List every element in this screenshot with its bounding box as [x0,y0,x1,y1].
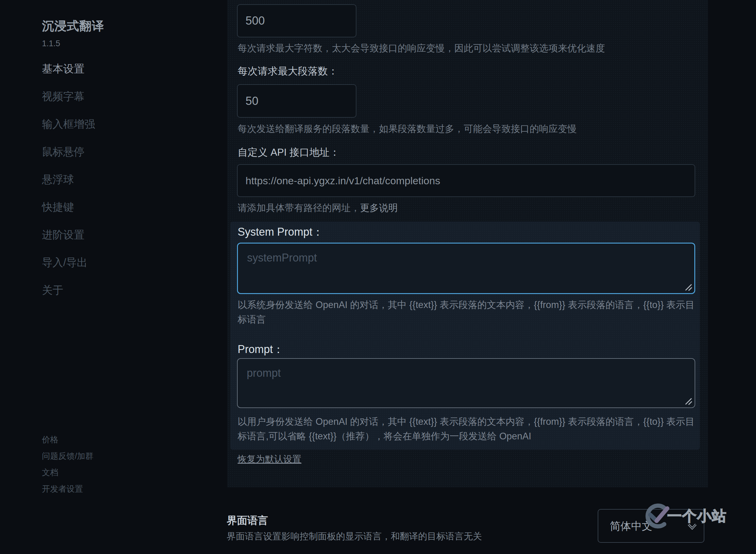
prompt-textarea[interactable] [237,358,695,408]
prompt-label: Prompt： [238,342,284,357]
sidebar-link-feedback[interactable]: 问题反馈/加群 [42,451,93,462]
max-paragraphs-helper: 每次发送给翻译服务的段落数量，如果段落数量过多，可能会导致接口的响应变慢 [238,122,577,135]
sidebar-footer-links: 价格 问题反馈/加群 文档 开发者设置 [42,434,93,495]
reset-defaults-link[interactable]: 恢复为默认设置 [238,453,301,465]
sidebar-item-video-subtitles[interactable]: 视频字幕 [42,90,95,103]
settings-page: 沉浸式翻译 1.1.5 基本设置 视频字幕 输入框增强 鼠标悬停 悬浮球 快捷键… [0,0,756,554]
max-chars-helper: 每次请求最大字符数，太大会导致接口的响应变慢，因此可以尝试调整该选项来优化速度 [238,42,605,55]
api-url-input[interactable] [237,164,695,197]
interface-language-select[interactable]: 简体中文 [598,509,704,543]
sidebar-item-mouse-hover[interactable]: 鼠标悬停 [42,145,95,158]
prompt-helper: 以用户身份发送给 OpenAI 的对话，其中 {{text}} 表示段落的文本内… [238,414,697,444]
sidebar-item-import-export[interactable]: 导入/导出 [42,256,95,269]
sidebar-link-docs[interactable]: 文档 [42,467,93,478]
max-paragraphs-input[interactable] [237,84,357,118]
sidebar-link-developer-settings[interactable]: 开发者设置 [42,484,93,495]
system-prompt-field [237,243,695,294]
app-title: 沉浸式翻译 [42,18,104,34]
sidebar-item-advanced[interactable]: 进阶设置 [42,228,95,241]
interface-language-title: 界面语言 [227,513,268,528]
app-version: 1.1.5 [42,39,60,48]
system-prompt-label: System Prompt： [238,225,323,239]
sidebar-item-about[interactable]: 关于 [42,284,95,296]
sidebar: 沉浸式翻译 1.1.5 基本设置 视频字幕 输入框增强 鼠标悬停 悬浮球 快捷键… [0,0,227,554]
prompt-settings-panel: System Prompt： 以系统身份发送给 OpenAI 的对话，其中 {{… [230,222,700,450]
sidebar-item-basic-settings[interactable]: 基本设置 [42,62,95,75]
prompt-field [237,358,695,408]
interface-language-helper: 界面语言设置影响控制面板的显示语言，和翻译的目标语言无关 [227,530,482,543]
interface-language-value: 简体中文 [610,519,652,533]
chevron-down-icon [687,523,697,530]
api-url-label: 自定义 API 接口地址： [238,146,340,159]
sidebar-item-float-ball[interactable]: 悬浮球 [42,173,95,185]
max-paragraphs-label: 每次请求最大段落数： [238,64,338,78]
api-url-helper-text: 请添加具体带有路径的网址， [238,203,360,213]
main-content: 每次请求最大字符数，太大会导致接口的响应变慢，因此可以尝试调整该选项来优化速度 … [227,0,708,487]
more-info-link[interactable]: 更多说明 [360,203,398,213]
sidebar-nav: 基本设置 视频字幕 输入框增强 鼠标悬停 悬浮球 快捷键 进阶设置 导入/导出 … [42,62,95,296]
sidebar-item-shortcuts[interactable]: 快捷键 [42,201,95,213]
system-prompt-textarea[interactable] [237,243,695,294]
api-url-helper: 请添加具体带有路径的网址，更多说明 [238,202,398,214]
max-chars-input[interactable] [237,4,357,38]
system-prompt-helper: 以系统身份发送给 OpenAI 的对话，其中 {{text}} 表示段落的文本内… [238,298,697,327]
sidebar-item-input-enhance[interactable]: 输入框增强 [42,118,95,130]
sidebar-link-pricing[interactable]: 价格 [42,434,93,445]
